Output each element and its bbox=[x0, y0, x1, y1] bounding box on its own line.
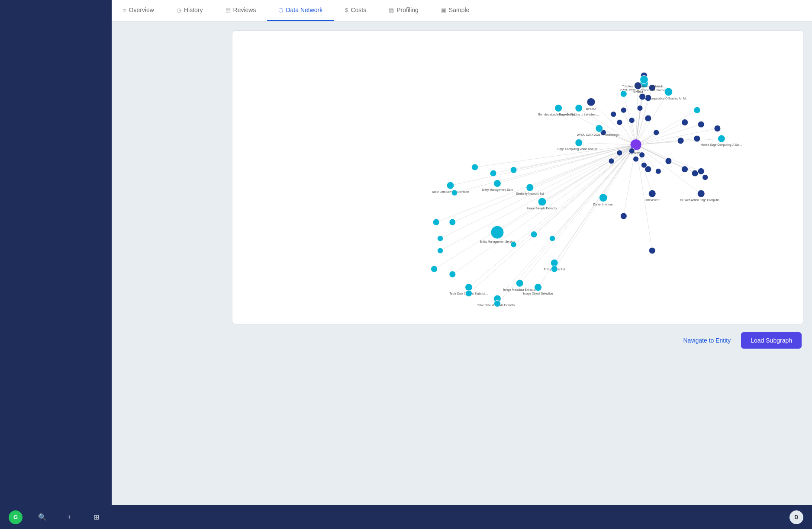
node-n26[interactable] bbox=[551, 266, 557, 272]
tab-sample[interactable]: ▣Sample bbox=[430, 0, 480, 21]
svg-point-85 bbox=[437, 236, 443, 241]
history-icon: ◷ bbox=[177, 7, 181, 13]
node-n40[interactable] bbox=[654, 130, 659, 135]
add-icon[interactable]: ＋ bbox=[62, 510, 76, 524]
node-n2[interactable]: Entity Management Service bbox=[480, 226, 515, 244]
tab-history[interactable]: ◷History bbox=[165, 0, 214, 21]
search-icon[interactable]: 🔍 bbox=[35, 510, 49, 524]
bottom-avatar-left[interactable]: G bbox=[9, 510, 23, 524]
node-n67[interactable]: Ben-des-abschriftensein-Weit… bbox=[538, 104, 579, 115]
svg-point-87 bbox=[431, 266, 437, 272]
node-n54[interactable] bbox=[645, 95, 651, 101]
node-label-n65: Edge Computing Vision and Ch… bbox=[557, 147, 600, 151]
node-n32[interactable] bbox=[639, 152, 645, 158]
node-n8[interactable] bbox=[510, 167, 517, 173]
node-n14[interactable] bbox=[431, 266, 437, 272]
node-n57[interactable]: Tcholkev_SchWinner_Sustainab… bbox=[622, 76, 666, 88]
node-n12[interactable] bbox=[437, 236, 443, 241]
svg-point-82 bbox=[493, 180, 501, 187]
svg-point-109 bbox=[697, 190, 705, 197]
grid-icon[interactable]: ⊞ bbox=[89, 510, 103, 524]
node-n60[interactable] bbox=[714, 125, 721, 131]
node-n72[interactable] bbox=[655, 168, 661, 174]
node-n59[interactable] bbox=[694, 135, 700, 142]
graph-container[interactable]: My ArtifactDaniel InformanEntity Managem… bbox=[232, 30, 803, 324]
node-n55[interactable] bbox=[639, 93, 646, 100]
svg-line-11 bbox=[440, 145, 636, 239]
svg-point-102 bbox=[620, 213, 627, 219]
node-n28[interactable] bbox=[649, 247, 655, 254]
node-n11[interactable]: Image Sample Extractor bbox=[527, 198, 557, 210]
node-n5[interactable] bbox=[451, 190, 457, 196]
node-n35[interactable] bbox=[692, 170, 698, 176]
node-n48[interactable]: isPartOf bbox=[586, 98, 596, 110]
node-n46[interactable] bbox=[611, 111, 616, 117]
node-n23[interactable] bbox=[531, 231, 537, 237]
node-label-n4: Table Data Schema Extractor bbox=[432, 190, 469, 193]
node-n30[interactable]: isReviewOf bbox=[645, 190, 659, 201]
tab-costs[interactable]: $Costs bbox=[334, 0, 377, 21]
node-n27[interactable] bbox=[433, 219, 439, 225]
node-n24[interactable] bbox=[549, 236, 555, 241]
node-n37[interactable] bbox=[698, 168, 704, 174]
node-n9[interactable]: Entity Management Sam bbox=[482, 180, 513, 192]
svg-point-92 bbox=[494, 300, 500, 307]
node-n73[interactable] bbox=[609, 158, 614, 164]
node-n39[interactable] bbox=[677, 138, 684, 144]
tab-reviews[interactable]: ▤Reviews bbox=[214, 0, 267, 21]
svg-point-130 bbox=[640, 76, 648, 84]
node-n3[interactable] bbox=[449, 219, 456, 225]
svg-point-99 bbox=[551, 266, 557, 272]
node-n58[interactable] bbox=[682, 119, 688, 125]
svg-point-141 bbox=[633, 156, 638, 162]
node-n6[interactable] bbox=[472, 164, 478, 170]
node-n33[interactable] bbox=[665, 158, 672, 164]
node-n36[interactable]: Dr. Web Action Edge Computin… bbox=[680, 190, 722, 202]
node-n63[interactable] bbox=[694, 107, 700, 113]
node-n70[interactable] bbox=[629, 148, 635, 154]
node-n64[interactable]: WFDU DATA 2021 - Proceedings… bbox=[577, 125, 622, 137]
node-n38[interactable] bbox=[702, 174, 708, 180]
node-n45[interactable] bbox=[617, 119, 622, 125]
node-n61[interactable]: Mobile Edge Computing: A Sur… bbox=[701, 135, 742, 147]
node-n69[interactable] bbox=[617, 150, 622, 156]
node-n20[interactable]: Image Metadata Extractor bbox=[503, 279, 536, 291]
load-subgraph-button[interactable]: Load Subgraph bbox=[741, 332, 802, 349]
node-n19[interactable] bbox=[494, 300, 500, 307]
bottom-avatar-right[interactable]: D bbox=[789, 510, 803, 524]
node-n10[interactable]: Similarity Network Bot bbox=[516, 184, 544, 196]
navigate-to-entity-link[interactable]: Navigate to Entity bbox=[683, 337, 731, 344]
node-n43[interactable] bbox=[629, 118, 635, 123]
node-n42[interactable] bbox=[637, 105, 643, 111]
node-n34[interactable] bbox=[682, 166, 688, 173]
node-n56[interactable] bbox=[620, 90, 627, 97]
node-n68[interactable] bbox=[633, 156, 638, 162]
node-n65[interactable]: Edge Computing Vision and Ch… bbox=[557, 139, 600, 151]
node-n17[interactable] bbox=[465, 290, 472, 297]
node-n4[interactable]: Table Data Schema Extractor bbox=[432, 182, 469, 193]
action-bar: Navigate to Entity Load Subgraph bbox=[232, 332, 803, 349]
svg-point-106 bbox=[665, 158, 672, 164]
svg-point-84 bbox=[538, 198, 546, 206]
tab-label-data-network: Data Network bbox=[286, 6, 322, 13]
node-n1[interactable]: Daniel Informan bbox=[593, 194, 614, 206]
node-n15[interactable] bbox=[449, 271, 456, 278]
node-n62[interactable] bbox=[698, 121, 704, 128]
node-n29[interactable] bbox=[620, 213, 627, 219]
node-n44[interactable] bbox=[621, 107, 626, 113]
svg-point-119 bbox=[611, 111, 616, 117]
tab-label-history: History bbox=[184, 6, 203, 13]
node-n41[interactable] bbox=[645, 115, 651, 122]
tab-overview[interactable]: ≡Overview bbox=[112, 0, 165, 21]
node-n22[interactable] bbox=[511, 242, 516, 247]
node-n13[interactable] bbox=[437, 248, 443, 253]
tab-profiling[interactable]: ▦Profiling bbox=[377, 0, 430, 21]
tab-label-reviews: Reviews bbox=[233, 6, 256, 13]
tab-data-network[interactable]: ⬡Data Network bbox=[267, 0, 334, 21]
svg-point-97 bbox=[549, 236, 555, 241]
node-n71[interactable] bbox=[641, 162, 647, 168]
svg-point-137 bbox=[596, 125, 603, 132]
node-label-n11: Image Sample Extractor bbox=[527, 207, 557, 210]
node-n7[interactable] bbox=[490, 170, 496, 176]
node-label-n21: Image Object Detection bbox=[523, 292, 553, 295]
